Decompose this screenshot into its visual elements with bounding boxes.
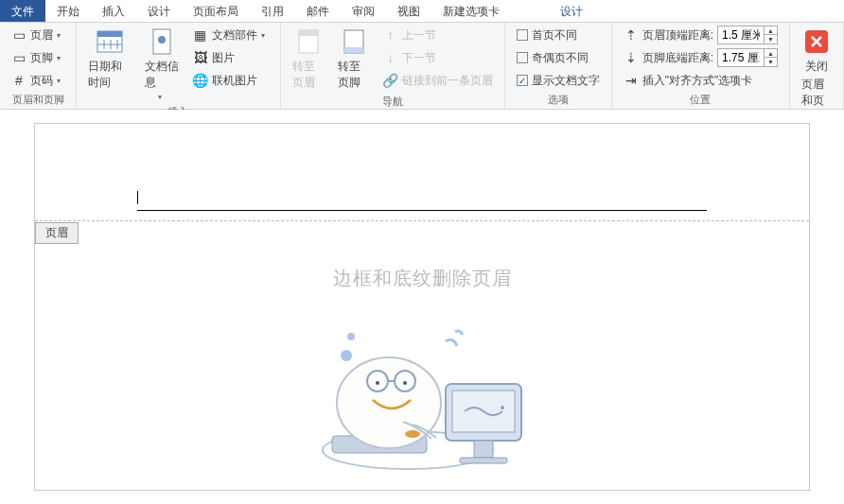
group-label: 页眉和页脚 [8, 91, 68, 109]
chevron-down-icon: ▾ [57, 31, 64, 40]
docinfo-button[interactable]: 文档信息 ▾ [141, 25, 184, 103]
prev-section-button[interactable]: ↑上一节 [379, 25, 497, 45]
datetime-button[interactable]: 日期和时间 [84, 25, 135, 93]
goto-header-icon [293, 26, 324, 57]
header-top-label: 页眉顶端距离: [642, 27, 713, 43]
spin-up-icon[interactable]: ▲ [765, 49, 777, 58]
tab-file[interactable]: 文件 [0, 0, 45, 22]
group-header-footer: ▭页眉▾ ▭页脚▾ #页码▾ 页眉和页脚 [0, 23, 77, 109]
docinfo-icon [147, 26, 177, 57]
group-close: 关闭 页眉和页脚 关闭 [790, 23, 844, 109]
spin-down-icon[interactable]: ▼ [765, 35, 777, 43]
online-picture-icon: 🌐 [193, 73, 208, 88]
link-icon: 🔗 [383, 73, 398, 88]
svg-rect-18 [474, 441, 493, 458]
tab-view[interactable]: 视图 [386, 0, 431, 22]
header-boundary-line [35, 220, 809, 221]
first-page-diff-checkbox[interactable]: 首页不同 [513, 25, 604, 45]
show-doc-text-checkbox[interactable]: ✓显示文档文字 [513, 70, 604, 91]
tab-review[interactable]: 审阅 [341, 0, 386, 22]
pagenum-button[interactable]: #页码▾ [8, 70, 68, 91]
tab-home[interactable]: 开始 [45, 0, 91, 22]
svg-point-7 [158, 36, 166, 43]
chevron-down-icon: ▾ [57, 77, 64, 85]
chevron-down-icon: ▾ [261, 31, 269, 40]
goto-header-label: 转至页眉 [292, 59, 325, 91]
next-section-button[interactable]: ↓下一节 [379, 47, 497, 68]
group-position: ⇡ 页眉顶端距离: ▲▼ ⇣ 页脚底端距离: ▲▼ ⇥插入"对齐方式"选项卡 [612, 23, 790, 109]
group-navigation: 转至页眉 转至页脚 ↑上一节 ↓下一节 🔗链接到前一条页眉 导航 [281, 23, 505, 109]
header-top-spin[interactable]: ▲▼ [717, 26, 778, 44]
svg-point-17 [501, 406, 504, 409]
goto-header-button[interactable]: 转至页眉 [289, 25, 328, 93]
checkbox-empty-icon [517, 29, 528, 41]
cartoon-illustration [299, 313, 545, 495]
tab-newtab[interactable]: 新建选项卡 [431, 0, 511, 22]
tab-mailings[interactable]: 邮件 [295, 0, 341, 22]
tab-design[interactable]: 设计 [136, 0, 182, 22]
header-tag: 页眉 [35, 222, 79, 244]
arrow-up-icon: ↑ [383, 27, 398, 43]
footer-button[interactable]: ▭页脚▾ [8, 47, 68, 68]
calendar-icon [95, 26, 125, 57]
svg-rect-19 [460, 458, 507, 463]
tab-insert[interactable]: 插入 [91, 0, 136, 22]
header-dist-icon: ⇡ [624, 27, 639, 43]
header-edit-area[interactable] [137, 190, 707, 221]
goto-footer-label: 转至页脚 [338, 59, 370, 91]
header-button[interactable]: ▭页眉▾ [8, 25, 68, 45]
picture-icon: 🖼 [193, 50, 208, 65]
chevron-down-icon: ▾ [57, 54, 64, 62]
odd-even-diff-checkbox[interactable]: 奇偶页不同 [513, 47, 604, 68]
docparts-icon: ▦ [193, 27, 208, 43]
header-top-input[interactable] [718, 28, 764, 42]
tab-layout[interactable]: 页面布局 [182, 0, 250, 22]
datetime-label: 日期和时间 [88, 59, 132, 91]
group-insert: 日期和时间 文档信息 ▾ ▦文档部件▾ 🖼图片 🌐联机图片 插入 [77, 23, 281, 109]
arrow-down-icon: ↓ [383, 50, 398, 65]
footer-icon: ▭ [11, 50, 26, 65]
ribbon: ▭页眉▾ ▭页脚▾ #页码▾ 页眉和页脚 日期和时间 文档信息 ▾ ▦文档部件▾… [0, 23, 844, 110]
svg-rect-11 [344, 47, 363, 53]
page[interactable]: 页眉 边框和底纹删除页眉 [34, 123, 810, 491]
pagenum-icon: # [11, 73, 26, 88]
docinfo-label: 文档信息 [145, 59, 180, 91]
svg-point-26 [405, 430, 420, 438]
docparts-button[interactable]: ▦文档部件▾ [189, 25, 273, 45]
online-picture-button[interactable]: 🌐联机图片 [189, 70, 273, 91]
insert-align-tab-button[interactable]: ⇥插入"对齐方式"选项卡 [620, 70, 782, 91]
header-icon: ▭ [11, 27, 26, 43]
svg-point-25 [403, 381, 407, 385]
footer-bottom-spin[interactable]: ▲▼ [717, 48, 778, 67]
spin-down-icon[interactable]: ▼ [765, 58, 777, 66]
goto-footer-icon [339, 26, 369, 57]
footer-dist-icon: ⇣ [624, 50, 639, 65]
group-label: 导航 [289, 93, 497, 111]
checkbox-empty-icon [517, 52, 528, 63]
tab-bar: 文件 开始 插入 设计 页面布局 引用 邮件 审阅 视图 新建选项卡 设计 [0, 0, 844, 23]
footer-bottom-label: 页脚底端距离: [642, 50, 713, 66]
svg-point-28 [341, 350, 352, 361]
body-title-text: 边框和底纹删除页眉 [35, 266, 809, 291]
checkbox-checked-icon: ✓ [517, 75, 528, 86]
svg-point-27 [347, 333, 355, 340]
chevron-down-icon: ▾ [158, 93, 166, 101]
align-tab-icon: ⇥ [624, 73, 639, 88]
group-options: 首页不同 奇偶页不同 ✓显示文档文字 选项 [505, 23, 612, 109]
close-icon [801, 26, 832, 57]
text-cursor-icon [137, 191, 138, 204]
header-top-row: ⇡ 页眉顶端距离: ▲▼ [620, 25, 782, 45]
tab-references[interactable]: 引用 [250, 0, 295, 22]
spin-up-icon[interactable]: ▲ [765, 26, 777, 35]
footer-bottom-row: ⇣ 页脚底端距离: ▲▼ [620, 47, 782, 68]
link-previous-button[interactable]: 🔗链接到前一条页眉 [379, 70, 497, 91]
tab-hf-design[interactable]: 设计 [549, 0, 594, 22]
footer-bottom-input[interactable] [718, 51, 764, 64]
svg-rect-1 [97, 31, 122, 37]
svg-point-24 [376, 381, 379, 385]
close-label-1: 关闭 [805, 59, 828, 75]
svg-rect-9 [299, 30, 318, 36]
goto-footer-button[interactable]: 转至页脚 [334, 25, 374, 93]
group-label: 位置 [620, 91, 782, 109]
picture-button[interactable]: 🖼图片 [189, 47, 273, 68]
